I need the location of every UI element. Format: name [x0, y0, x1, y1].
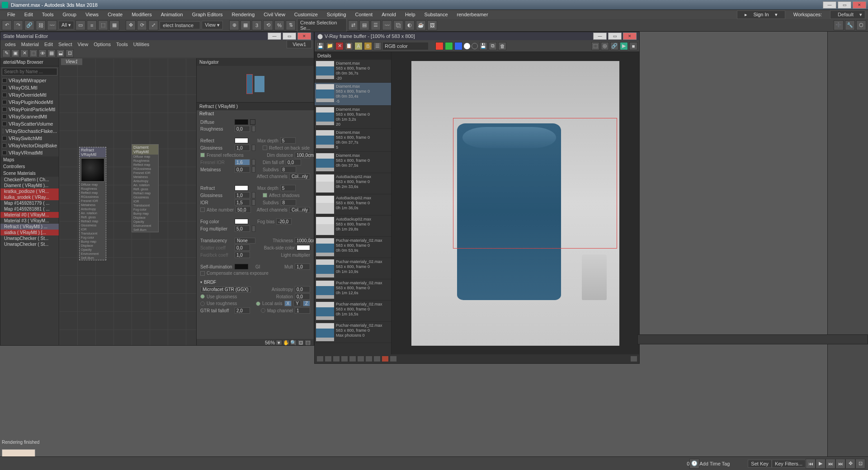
save-image-icon[interactable]: 💾 [316, 42, 325, 50]
fresnel-checkbox[interactable] [200, 153, 205, 157]
scene-material-item[interactable]: Refract ( VRayMtl ) ... [0, 224, 59, 230]
view-tab[interactable]: View1 [61, 58, 82, 65]
node-slot[interactable]: Fresnel IOR [80, 199, 106, 203]
menu-grapheditors[interactable]: Graph Editors [188, 12, 227, 17]
scene-material-item[interactable]: UnwrapChecker ( St... [0, 241, 59, 247]
scene-material-item[interactable]: Material #3 ( VRayM... [0, 218, 59, 224]
hierarchy-panel-icon[interactable]: ⬡ [856, 20, 866, 30]
save-all-icon[interactable]: 💾 [479, 42, 487, 50]
node-slot[interactable]: Roughness [132, 159, 158, 163]
node-slot[interactable]: Reflect map [132, 163, 158, 167]
zoom-extents-icon[interactable]: ⊡ [297, 340, 304, 345]
select-icon[interactable]: ▭ [75, 20, 85, 30]
render-frame-icon[interactable]: 🖼 [427, 20, 437, 30]
delete-icon[interactable]: ✕ [20, 49, 28, 57]
link-vfb-icon[interactable]: 🔗 [610, 42, 618, 50]
clear-icon[interactable]: ✕ [335, 42, 344, 50]
vfb-minimize-button[interactable]: — [593, 33, 607, 40]
signin-button[interactable]: ▸ Sign In ▾ [737, 10, 785, 19]
bind-icon[interactable]: 〰 [47, 20, 57, 30]
diffuse-color-swatch[interactable] [235, 119, 248, 125]
gtr-spinner[interactable]: 2,0 [235, 307, 250, 314]
material-item[interactable]: VRayStochasticFlake... [0, 127, 59, 135]
fog-color-swatch[interactable] [235, 219, 248, 224]
snap3-icon[interactable]: 3 [252, 20, 262, 30]
lut-icon[interactable] [349, 356, 356, 362]
ior-spinner[interactable]: 1,5 [235, 199, 250, 206]
node-slot[interactable]: IOR [132, 199, 158, 203]
node-slot[interactable]: Refract map [132, 191, 158, 195]
rmax-spinner[interactable]: 5 [280, 185, 296, 191]
menu-help[interactable]: Help [401, 12, 420, 17]
track-mouse-icon[interactable]: ◎ [601, 42, 609, 50]
material-item[interactable]: VRayVectorDisplBake [0, 142, 59, 149]
node-slot[interactable]: Diffuse map [132, 155, 158, 159]
slate-menu-view[interactable]: View [75, 42, 91, 47]
node-slot[interactable]: Environment [132, 224, 158, 228]
maps-section[interactable]: Maps [0, 156, 59, 163]
curve-editor-icon[interactable]: 〰 [382, 20, 392, 30]
bscolor-swatch[interactable] [297, 245, 310, 250]
node-slot[interactable]: IOR [80, 227, 106, 231]
node-slot[interactable]: Environment [80, 252, 106, 256]
node-slot[interactable]: Fresnel IOR [132, 171, 158, 175]
history-item[interactable]: Puchar-materialy_02.max583 x 800, frame … [315, 258, 391, 279]
scene-material-item[interactable]: kulka_srodek ( VRay... [0, 194, 59, 200]
fogbias-spinner[interactable]: -20,0 [276, 218, 292, 225]
zoom-dropdown-icon[interactable]: ▾ [276, 340, 282, 345]
schematic-icon[interactable]: ⿻ [393, 20, 403, 30]
curve-icon[interactable] [341, 356, 348, 362]
undo-icon[interactable]: ↶ [2, 20, 12, 30]
time-tag-icon[interactable]: 🕐 [689, 459, 699, 469]
selection-filter[interactable]: All ▾ [58, 21, 74, 29]
node-slot[interactable]: Roughness [80, 187, 106, 191]
history-item[interactable]: Diament.max583 x 800, frame 00h 0m 36,7s… [315, 60, 391, 83]
history-item[interactable]: Diament.max583 x 800, frame 00h 0m 37,5s [315, 152, 391, 173]
render-setup-icon[interactable]: ☕ [416, 20, 426, 30]
history-item[interactable]: Puchar-materialy_02.max583 x 800, frame … [315, 322, 391, 343]
menu-renderbeamer[interactable]: renderbeamer [453, 12, 493, 17]
zoom-region-icon[interactable]: ⬚ [305, 340, 311, 345]
add-time-tag[interactable]: Add Time Tag [699, 461, 730, 466]
spinner-arrows-icon[interactable] [252, 166, 255, 173]
link-icon[interactable]: 🔗 [24, 20, 34, 30]
dimfall-spinner[interactable]: 0,0 [286, 159, 301, 165]
scatter-spinner[interactable]: 0,0 [235, 244, 250, 251]
spinner-arrows-icon[interactable] [252, 145, 255, 151]
hide-children-icon[interactable]: 👁 [38, 49, 47, 57]
pick-material-icon[interactable]: ✎ [2, 49, 10, 57]
node-slot[interactable]: Anisotropy [132, 179, 158, 183]
ab-compare-icon[interactable]: B [364, 42, 372, 50]
compensate-checkbox[interactable] [200, 271, 205, 276]
localax-radio[interactable] [256, 301, 260, 306]
spinner-arrows-icon[interactable] [252, 192, 255, 198]
roughness-spinner[interactable]: 0,0 [235, 126, 250, 132]
zoom-extents-all-icon[interactable]: ⊡ [855, 459, 865, 469]
backside-checkbox[interactable] [263, 146, 267, 150]
menu-arnold[interactable]: Arnold [377, 12, 401, 17]
mult-spinner[interactable]: 1,0 [295, 263, 310, 270]
node-slot[interactable]: RGlossiness [80, 195, 106, 199]
setkey-button[interactable]: Set Key [748, 460, 772, 468]
param-scroll[interactable]: Diffuse Roughness0,0 ReflectMax depth5 G… [197, 117, 314, 338]
clear-history-icon[interactable]: 🗑 [498, 42, 506, 50]
close-button[interactable]: ✕ [853, 1, 866, 9]
menu-group[interactable]: Group [58, 12, 81, 17]
node-graph-view[interactable]: View1 Refract VRayMtl Diffuse mapRoughne… [59, 58, 196, 345]
map-button[interactable] [250, 119, 255, 125]
rect-select-icon[interactable]: ⬚ [98, 20, 108, 30]
prev-key-icon[interactable]: ⏮ [806, 459, 816, 469]
keyfilters-button[interactable]: Key Filters... [772, 460, 806, 468]
node-slot[interactable]: Fog color [132, 207, 158, 212]
minimize-button[interactable]: — [823, 1, 836, 9]
render-icon[interactable]: ▶ [620, 42, 628, 50]
glossiness-spinner[interactable]: 1,0 [235, 145, 250, 151]
region-marker[interactable] [453, 118, 617, 249]
material-item[interactable]: VRayOverrideMtl [0, 91, 59, 99]
vfb-close-button[interactable]: ✕ [623, 33, 637, 40]
menu-file[interactable]: File [3, 12, 20, 17]
maxdepth-spinner[interactable]: 5 [280, 137, 296, 144]
aniso-spinner[interactable]: 0,0 [295, 286, 310, 292]
menu-views[interactable]: Views [81, 12, 103, 17]
modify-panel-icon[interactable]: 🔧 [845, 20, 855, 30]
